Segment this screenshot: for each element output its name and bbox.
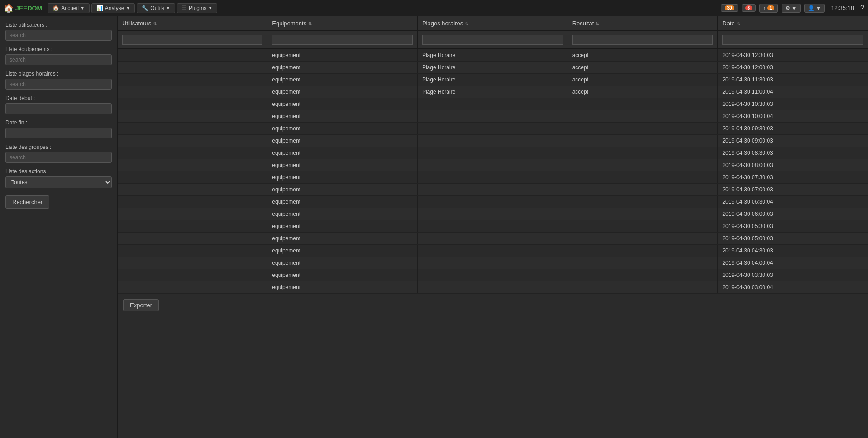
outils-menu[interactable]: 🔧 Outils ▼ bbox=[137, 3, 175, 13]
cell-resultat bbox=[568, 269, 718, 281]
notif3-badge: 1 bbox=[767, 5, 774, 10]
accueil-menu[interactable]: 🏠 Accueil ▼ bbox=[48, 3, 90, 13]
notification-btn-1[interactable]: 30 bbox=[721, 4, 738, 12]
notification-btn-3[interactable]: ↑ 1 bbox=[759, 4, 778, 13]
cell-utilisateurs bbox=[118, 62, 267, 74]
export-section: Exporter bbox=[118, 294, 868, 317]
sort-icon-resultat: ⇅ bbox=[596, 21, 599, 26]
cell-equipements: equipement bbox=[267, 171, 418, 184]
col-header-plages_horaires[interactable]: Plages horaires⇅ bbox=[417, 16, 568, 31]
cell-utilisateurs bbox=[118, 110, 267, 123]
accueil-caret: ▼ bbox=[81, 6, 85, 10]
cell-equipements: equipement bbox=[267, 269, 418, 281]
cell-date: 2019-04-30 08:30:03 bbox=[718, 147, 868, 159]
analyse-menu[interactable]: 📊 Analyse ▼ bbox=[91, 3, 135, 13]
analyse-icon: 📊 bbox=[96, 5, 103, 11]
cell-plages_horaires bbox=[417, 159, 568, 171]
table-row: equipement2019-04-30 08:00:03 bbox=[118, 159, 868, 171]
logo-icon: 🏠 bbox=[4, 3, 14, 13]
plages-search[interactable] bbox=[5, 79, 112, 90]
cell-utilisateurs bbox=[118, 135, 267, 147]
filter-cell-utilisateurs bbox=[118, 31, 267, 49]
table-filter-row bbox=[118, 31, 868, 49]
cell-plages_horaires bbox=[417, 147, 568, 159]
cell-plages_horaires bbox=[417, 110, 568, 123]
liste-utilisateurs-label: Liste utilisateurs : bbox=[5, 22, 112, 28]
cell-utilisateurs bbox=[118, 196, 267, 208]
col-header-date[interactable]: Date⇅ bbox=[718, 16, 868, 31]
filter-input-equipements[interactable] bbox=[272, 35, 413, 45]
cell-plages_horaires bbox=[417, 269, 568, 281]
table-row: equipement2019-04-30 03:00:04 bbox=[118, 281, 868, 294]
cell-date: 2019-04-30 07:00:03 bbox=[718, 184, 868, 196]
cell-plages_horaires bbox=[417, 196, 568, 208]
cell-resultat bbox=[568, 171, 718, 184]
sort-icon-utilisateurs: ⇅ bbox=[153, 21, 157, 26]
liste-actions-label: Liste des actions : bbox=[5, 168, 112, 175]
col-label-plages_horaires: Plages horaires bbox=[422, 20, 463, 27]
cell-resultat bbox=[568, 220, 718, 233]
settings-btn[interactable]: ⚙ ▼ bbox=[782, 4, 801, 13]
export-button[interactable]: Exporter bbox=[123, 299, 159, 311]
cell-resultat bbox=[568, 110, 718, 123]
cell-resultat bbox=[568, 233, 718, 245]
rechercher-button[interactable]: Rechercher bbox=[5, 195, 49, 209]
data-table: Utilisateurs⇅Equipements⇅Plages horaires… bbox=[118, 16, 868, 294]
date-debut-input[interactable] bbox=[5, 103, 112, 114]
actions-select[interactable]: ToutesAcceptDeny bbox=[5, 176, 112, 188]
time-display: 12:35:18 bbox=[828, 5, 857, 11]
cell-utilisateurs bbox=[118, 257, 267, 269]
outils-caret: ▼ bbox=[166, 6, 170, 10]
cell-equipements: equipement bbox=[267, 196, 418, 208]
filter-cell-resultat bbox=[568, 31, 718, 49]
gear-icon: ⚙ bbox=[785, 5, 790, 11]
cell-utilisateurs bbox=[118, 281, 267, 294]
cell-plages_horaires bbox=[417, 220, 568, 233]
plugins-icon: ☰ bbox=[182, 5, 187, 11]
table-row: equipementPlage Horaireaccept2019-04-30 … bbox=[118, 74, 868, 86]
cell-utilisateurs bbox=[118, 245, 267, 257]
table-row: equipement2019-04-30 04:30:03 bbox=[118, 245, 868, 257]
help-btn[interactable]: ? bbox=[860, 4, 864, 12]
update-icon: ↑ bbox=[763, 5, 766, 11]
equipements-search[interactable] bbox=[5, 54, 112, 65]
cell-plages_horaires: Plage Horaire bbox=[417, 86, 568, 98]
date-fin-input[interactable] bbox=[5, 128, 112, 138]
brand-name: JEEDOM bbox=[15, 5, 42, 12]
sidebar: Liste utilisateurs : Liste équipements :… bbox=[0, 16, 118, 438]
cell-date: 2019-04-30 12:30:03 bbox=[718, 49, 868, 62]
filter-input-plages_horaires[interactable] bbox=[422, 35, 563, 45]
cell-date: 2019-04-30 04:30:03 bbox=[718, 245, 868, 257]
cell-plages_horaires bbox=[417, 233, 568, 245]
analyse-caret: ▼ bbox=[126, 6, 130, 10]
notification-btn-2[interactable]: 8 bbox=[742, 4, 756, 12]
cell-equipements: equipement bbox=[267, 220, 418, 233]
cell-resultat: accept bbox=[568, 49, 718, 62]
date-debut-label: Date début : bbox=[5, 95, 112, 101]
filter-cell-plages_horaires bbox=[417, 31, 568, 49]
cell-plages_horaires: Plage Horaire bbox=[417, 74, 568, 86]
user-btn[interactable]: 👤 ▼ bbox=[804, 4, 825, 13]
sort-icon-date: ⇅ bbox=[737, 21, 740, 26]
cell-resultat bbox=[568, 135, 718, 147]
groupes-search[interactable] bbox=[5, 152, 112, 163]
utilisateurs-search[interactable] bbox=[5, 30, 112, 41]
filter-input-utilisateurs[interactable] bbox=[122, 35, 262, 45]
col-header-equipements[interactable]: Equipements⇅ bbox=[267, 16, 418, 31]
table-row: equipement2019-04-30 09:00:03 bbox=[118, 135, 868, 147]
filter-input-resultat[interactable] bbox=[572, 35, 713, 45]
navbar-right: 30 8 ↑ 1 ⚙ ▼ 👤 ▼ 12:35:18 ? bbox=[721, 4, 864, 13]
cell-resultat bbox=[568, 123, 718, 135]
notif2-badge: 8 bbox=[745, 5, 753, 10]
col-header-resultat[interactable]: Resultat⇅ bbox=[568, 16, 718, 31]
cell-date: 2019-04-30 04:00:04 bbox=[718, 257, 868, 269]
table-row: equipement2019-04-30 09:30:03 bbox=[118, 123, 868, 135]
settings-caret: ▼ bbox=[792, 5, 797, 11]
col-header-utilisateurs[interactable]: Utilisateurs⇅ bbox=[118, 16, 267, 31]
table-row: equipement2019-04-30 05:30:03 bbox=[118, 220, 868, 233]
plugins-menu[interactable]: ☰ Plugins ▼ bbox=[177, 3, 217, 13]
filter-input-date[interactable] bbox=[722, 35, 863, 45]
cell-date: 2019-04-30 11:30:03 bbox=[718, 74, 868, 86]
table-row: equipement2019-04-30 04:00:04 bbox=[118, 257, 868, 269]
cell-date: 2019-04-30 09:30:03 bbox=[718, 123, 868, 135]
